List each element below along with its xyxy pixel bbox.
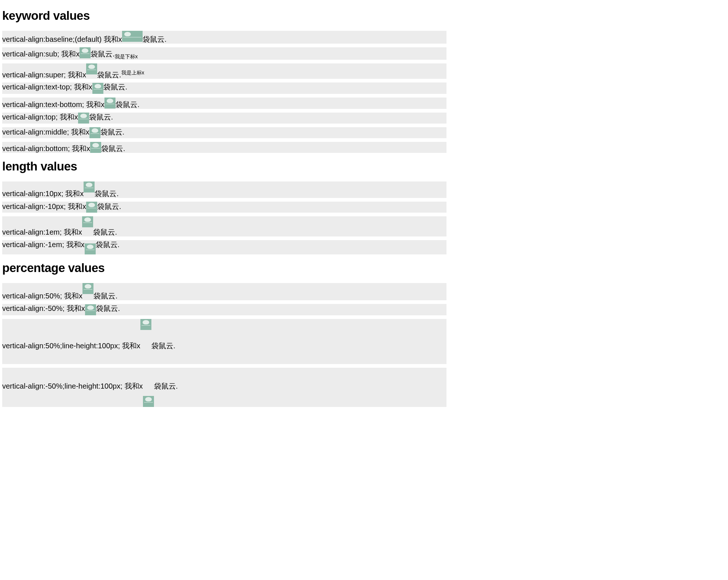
label: vertical-align:middle; — [2, 128, 71, 136]
text-before: 我和x — [74, 83, 92, 91]
label: vertical-align:1em; — [2, 228, 64, 236]
label: vertical-align:text-bottom; — [2, 100, 86, 109]
logo-icon — [92, 83, 103, 94]
text-before: 我和x — [122, 342, 140, 350]
text-before: 我和x — [60, 113, 78, 121]
row-neg50pct-lh100: vertical-align:-50%;line-height:100px; 我… — [2, 368, 446, 407]
text-after: 袋鼠云. — [96, 304, 120, 312]
text-before: 我和x — [86, 100, 104, 109]
text-after: 袋鼠云. — [101, 144, 125, 153]
label: vertical-align:baseline;(default) — [2, 35, 104, 43]
row-text-top: vertical-align:text-top; 我和x袋鼠云. — [2, 82, 446, 94]
row-50pct-lh100: vertical-align:50%;line-height:100px; 我和… — [2, 319, 446, 364]
logo-icon — [86, 202, 97, 213]
heading-keyword-values: keyword values — [2, 9, 446, 23]
label: vertical-align:-1em; — [2, 241, 66, 249]
text-after: 袋鼠云. — [89, 113, 113, 121]
text-after: 袋鼠云. — [95, 190, 119, 198]
logo-icon — [78, 113, 89, 124]
row-neg50pct: vertical-align:-50%; 我和x袋鼠云. — [2, 304, 446, 315]
logo-icon — [82, 216, 93, 227]
text-before: 我和x — [61, 50, 80, 58]
text-after: 袋鼠云. — [91, 50, 115, 58]
logo-icon — [143, 396, 154, 407]
row-baseline: vertical-align:baseline;(default) 我和x袋鼠云… — [2, 31, 446, 44]
text-before: 我和x — [125, 382, 143, 390]
row-middle: vertical-align:middle; 我和x袋鼠云. — [2, 127, 446, 138]
logo-icon — [140, 319, 151, 330]
text-before: 我和x — [64, 292, 82, 300]
text-after: 袋鼠云. — [154, 382, 178, 390]
label: vertical-align:50%; — [2, 292, 64, 300]
label: vertical-align:sub; — [2, 50, 61, 58]
row-text-bottom: vertical-align:text-bottom; 我和x袋鼠云. — [2, 98, 446, 109]
sub-note: 我是下标x — [115, 54, 138, 59]
text-before: 我和x — [104, 35, 122, 43]
text-before: 我和x — [68, 202, 86, 210]
logo-icon — [89, 127, 100, 138]
label: vertical-align:bottom; — [2, 144, 72, 153]
label: vertical-align:-10px; — [2, 202, 68, 210]
text-after: 袋鼠云. — [115, 100, 140, 109]
label: vertical-align:-50%;line-height:100px; — [2, 382, 125, 390]
text-after: 袋鼠云. — [100, 128, 125, 136]
text-after: 袋鼠云. — [96, 241, 120, 249]
heading-percentage-values: percentage values — [2, 261, 446, 275]
row-neg10px: vertical-align:-10px; 我和x袋鼠云. — [2, 202, 446, 213]
logo-icon — [84, 181, 95, 192]
text-before: 我和x — [68, 70, 86, 78]
text-before: 我和x — [71, 128, 89, 136]
logo-icon — [90, 142, 101, 153]
text-after: 袋鼠云. — [93, 292, 118, 300]
text-before: 我和x — [72, 144, 90, 153]
row-neg1em: vertical-align:-1em; 我和x袋鼠云. — [2, 240, 446, 254]
text-after: 袋鼠云. — [103, 83, 128, 91]
logo-icon — [122, 31, 143, 42]
label: vertical-align:text-top; — [2, 83, 74, 91]
logo-icon — [86, 63, 97, 74]
heading-length-values: length values — [2, 159, 446, 173]
text-after: 袋鼠云. — [151, 342, 176, 350]
row-1em: vertical-align:1em; 我和x袋鼠云. — [2, 216, 446, 236]
label: vertical-align:10px; — [2, 190, 65, 198]
logo-icon — [80, 47, 91, 58]
label: vertical-align:50%;line-height:100px; — [2, 342, 122, 350]
text-before: 我和x — [65, 190, 84, 198]
text-after: 袋鼠云. — [143, 35, 167, 43]
sup-note: 我是上标x — [121, 70, 144, 76]
row-sub: vertical-align:sub; 我和x袋鼠云.我是下标x — [2, 47, 446, 60]
logo-icon — [85, 304, 96, 315]
label: vertical-align:-50%; — [2, 304, 67, 312]
label: vertical-align:top; — [2, 113, 60, 121]
row-10px: vertical-align:10px; 我和x袋鼠云. — [2, 181, 446, 198]
row-50pct: vertical-align:50%; 我和x袋鼠云. — [2, 283, 446, 300]
text-after: 袋鼠云. — [97, 70, 121, 78]
row-super: vertical-align:super; 我和x袋鼠云.我是上标x — [2, 63, 446, 79]
logo-icon — [85, 243, 96, 254]
row-top: vertical-align:top; 我和x袋鼠云. — [2, 113, 446, 124]
text-before: 我和x — [64, 228, 82, 236]
text-before: 我和x — [67, 304, 85, 312]
label: vertical-align:super; — [2, 70, 68, 78]
text-after: 袋鼠云. — [97, 202, 121, 210]
text-before: 我和x — [66, 241, 85, 249]
logo-icon — [104, 98, 115, 109]
row-bottom: vertical-align:bottom; 我和x袋鼠云. — [2, 142, 446, 153]
logo-icon — [82, 283, 93, 294]
text-after: 袋鼠云. — [93, 228, 117, 236]
